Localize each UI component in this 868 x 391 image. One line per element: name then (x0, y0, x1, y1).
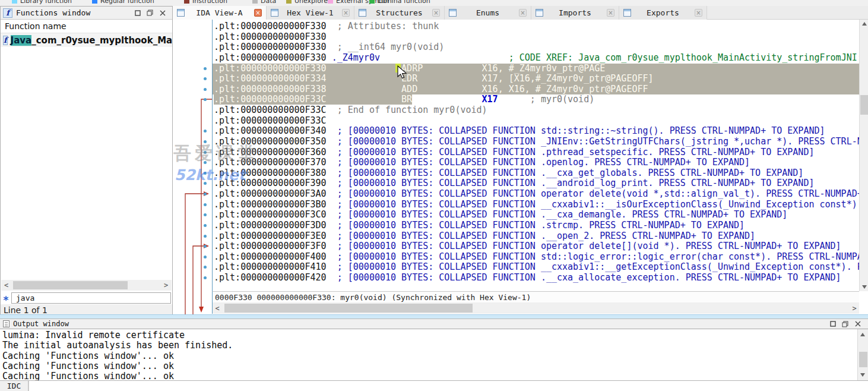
tab-close-icon[interactable]: × (695, 9, 702, 17)
tab-close-icon[interactable]: × (342, 9, 350, 17)
tab-label: Enums (457, 8, 519, 17)
output-log-line: lumina: Invalid remote certificate (2, 330, 857, 340)
imports-icon (536, 9, 543, 17)
scroll-down-icon[interactable] (858, 371, 867, 379)
output-window-icon (3, 320, 9, 327)
line-marker-dot (204, 256, 207, 258)
close-icon[interactable] (854, 320, 861, 328)
cli-bar: IDC (0, 380, 868, 391)
disasm-line[interactable]: .plt:000000000000F338 ADD X16, X16, #_Z4… (213, 84, 859, 95)
legend-item: Data (252, 0, 276, 5)
disasm-line[interactable]: .plt:000000000000F33C ; End of function … (213, 105, 859, 116)
functions-window: f Functions window Function name f Java_… (0, 6, 173, 317)
functions-window-titlebar[interactable]: f Functions window (1, 7, 172, 20)
output-vertical-scrollbar[interactable] (857, 329, 868, 380)
disasm-line[interactable]: .plt:000000000000F330 ._Z4myr0v ; CODE X… (213, 53, 859, 64)
function-list-item[interactable]: f Java_com_r0ysue_myplthook_MainA (1, 33, 172, 47)
disasm-line[interactable]: .plt:000000000000F33C BR X17 ; myr0(void… (213, 94, 859, 105)
maximize-button[interactable] (134, 9, 141, 17)
tab-close-icon[interactable]: × (254, 9, 262, 17)
tab-ida-view-a[interactable]: IDA View-A× (173, 6, 267, 20)
disasm-line[interactable]: .plt:000000000000F3C0 ; [00000010 BYTES:… (213, 210, 859, 220)
line-marker-dot (204, 235, 207, 238)
tab-close-icon[interactable]: × (432, 9, 440, 17)
legend-color-swatch (328, 0, 333, 4)
tab-exports[interactable]: Exports× (619, 6, 707, 20)
scroll-left-icon[interactable]: < (213, 302, 222, 314)
disasm-line[interactable]: .plt:000000000000F33C (213, 116, 859, 127)
scroll-right-icon[interactable]: > (161, 280, 171, 291)
idc-button[interactable]: IDC (0, 381, 28, 391)
close-icon[interactable] (159, 9, 166, 17)
disasm-line[interactable]: .plt:000000000000F390 ; [00000010 BYTES:… (213, 178, 859, 189)
tab-imports[interactable]: Imports× (531, 6, 619, 20)
output-window: Output window lumina: Invalid remote cer… (0, 319, 868, 391)
maximize-button[interactable] (829, 320, 837, 328)
disasm-line[interactable]: .plt:000000000000F330 ; __int64 myr0(voi… (213, 42, 859, 53)
disasm-line[interactable]: .plt:000000000000F330 ; Attributes: thun… (213, 21, 859, 32)
scrollbar-thumb[interactable] (859, 352, 867, 367)
tab-enums[interactable]: Enums× (445, 6, 531, 20)
disasm-line[interactable]: .plt:000000000000F360 ; [00000010 BYTES:… (213, 147, 859, 158)
scroll-left-icon[interactable]: < (1, 280, 11, 291)
disasm-line[interactable]: .plt:000000000000F3D0 ; [00000010 BYTES:… (213, 220, 859, 231)
scrollbar-thumb[interactable] (860, 95, 868, 115)
function-filter-row: * (1, 292, 172, 304)
disassembly-vertical-scrollbar[interactable] (859, 20, 868, 291)
jump-arrows-margin (173, 20, 212, 317)
scroll-up-icon[interactable] (860, 20, 868, 28)
line-marker-dot (204, 67, 207, 70)
output-log-line: Caching 'Functions window'... ok (2, 351, 857, 361)
disasm-line[interactable]: .plt:000000000000F330 (213, 32, 859, 43)
scroll-down-icon[interactable] (860, 283, 868, 291)
color-legend-strip: Library functionRegular functionInstruct… (0, 0, 868, 5)
enums-icon (449, 9, 457, 17)
disasm-line[interactable]: .plt:000000000000F410 ; [00000010 BYTES:… (213, 262, 859, 273)
disasm-line[interactable]: .plt:000000000000F420 ; [00000010 BYTES:… (213, 273, 859, 283)
function-filter-input[interactable] (11, 292, 171, 304)
tab-close-icon[interactable]: × (607, 9, 614, 17)
line-marker-dot (204, 151, 207, 154)
disasm-line[interactable]: .plt:000000000000F340 ; [00000010 BYTES:… (213, 126, 859, 137)
disassembly-horizontal-scrollbar[interactable]: < > (212, 302, 859, 314)
disasm-line[interactable]: .plt:000000000000F380 ; [00000010 BYTES:… (213, 168, 859, 179)
structures-icon (359, 9, 366, 17)
legend-item: Regular function (92, 0, 154, 5)
scrollbar-thumb[interactable] (224, 304, 473, 313)
hex-view-1-icon (271, 9, 278, 17)
tab-hex-view-1[interactable]: Hex View-1× (267, 6, 354, 20)
view-tabbar: IDA View-A×Hex View-1×Structures×Enums×I… (173, 6, 868, 20)
legend-item: Lumina function (369, 0, 430, 5)
functions-horizontal-scrollbar[interactable]: < > (1, 280, 172, 291)
disasm-line[interactable]: .plt:000000000000F370 ; [00000010 BYTES:… (213, 157, 859, 168)
float-button[interactable] (146, 9, 154, 17)
functions-window-title: Functions window (16, 8, 134, 17)
float-button[interactable] (841, 320, 849, 328)
cli-input[interactable] (28, 381, 868, 391)
output-window-title: Output window (13, 320, 829, 328)
disasm-line[interactable]: .plt:000000000000F400 ; [00000010 BYTES:… (213, 252, 859, 263)
line-marker-dot (204, 203, 207, 206)
disassembly-listing[interactable]: .plt:000000000000F330 ; Attributes: thun… (212, 20, 859, 291)
tab-label: Hex View-1 (278, 8, 342, 17)
legend-color-swatch (12, 0, 17, 4)
disasm-line[interactable]: .plt:000000000000F3F0 ; [00000010 BYTES:… (213, 241, 859, 252)
function-icon: f (3, 36, 8, 45)
legend-color-swatch (369, 0, 375, 4)
output-window-titlebar[interactable]: Output window (0, 319, 868, 329)
output-log[interactable]: lumina: Invalid remote certificateThe in… (0, 329, 857, 380)
tab-structures[interactable]: Structures× (354, 6, 445, 20)
scroll-right-icon[interactable]: > (850, 302, 859, 314)
disasm-line[interactable]: .plt:000000000000F3A0 ; [00000010 BYTES:… (213, 189, 859, 200)
output-log-line: Caching 'Functions window'... ok (2, 361, 857, 371)
scroll-up-icon[interactable] (858, 330, 867, 339)
disasm-line[interactable]: .plt:000000000000F334 LDR X17, [X16,#_Z4… (213, 74, 859, 84)
disasm-line[interactable]: .plt:000000000000F350 ; [00000010 BYTES:… (213, 137, 859, 147)
scrollbar-thumb[interactable] (13, 281, 128, 289)
disasm-line[interactable]: .plt:000000000000F3E0 ; [00000010 BYTES:… (213, 231, 859, 242)
tab-close-icon[interactable]: × (519, 9, 527, 17)
function-name-column-header[interactable]: Function name (1, 20, 172, 33)
disasm-line[interactable]: .plt:000000000000F330 ADRP X16, #_Z4myr0… (213, 64, 859, 74)
panel-splitter[interactable] (0, 314, 868, 319)
disasm-line[interactable]: .plt:000000000000F3B0 ; [00000010 BYTES:… (213, 200, 859, 210)
